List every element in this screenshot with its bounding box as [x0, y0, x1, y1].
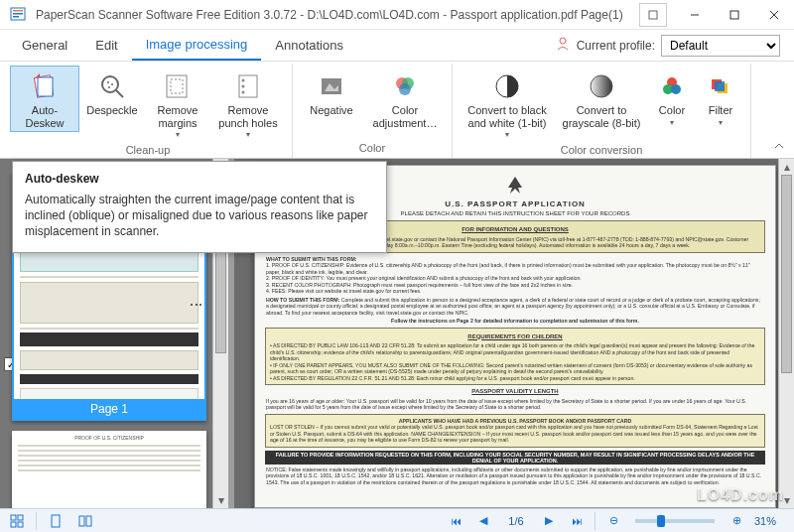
tab-annotations[interactable]: Annotations — [261, 30, 357, 61]
svg-point-22 — [242, 91, 245, 94]
view-single-button[interactable] — [45, 511, 66, 531]
profile-select[interactable]: Default — [661, 35, 780, 57]
statusbar: ⏮ ◀ 1/6 ▶ ⏭ ⊖ ⊕ 31% — [0, 508, 794, 532]
minimize-button[interactable] — [675, 0, 715, 30]
svg-point-14 — [107, 81, 109, 83]
doc-howto-body: Complete and submit this application in … — [266, 297, 760, 316]
profile-icon — [555, 36, 571, 55]
svg-line-13 — [116, 90, 123, 97]
pager-first-button[interactable]: ⏮ — [446, 512, 465, 530]
zoom-in-button[interactable]: ⊕ — [727, 512, 746, 530]
svg-point-16 — [108, 86, 110, 88]
remove-margins-button[interactable]: Remove margins ▾ — [145, 66, 210, 142]
remove-punch-holes-icon — [232, 70, 264, 102]
convert-grayscale-button[interactable]: Convert to grayscale (8-bit) — [556, 66, 647, 132]
view-multi-button[interactable] — [74, 511, 96, 531]
auto-deskew-icon — [29, 70, 61, 102]
remove-punch-holes-button[interactable]: Remove punch holes ▾ — [210, 66, 286, 142]
group-label-color-conversion: Color conversion — [561, 142, 643, 158]
scroll-up-icon[interactable]: ▴ — [779, 159, 794, 175]
pager-text: 1/6 — [501, 515, 531, 527]
svg-rect-3 — [13, 16, 19, 18]
view-thumbnails-button[interactable] — [6, 511, 28, 531]
despeckle-icon — [96, 70, 128, 102]
chevron-down-icon: ▾ — [670, 118, 674, 127]
eagle-seal-icon — [500, 174, 530, 198]
svg-point-36 — [513, 179, 517, 183]
auto-deskew-button[interactable]: Auto-Deskew — [10, 66, 79, 132]
tooltip-title: Auto-deskew — [25, 172, 374, 186]
doc-submit-heading: WHAT TO SUBMIT WITH THIS FORM: — [266, 256, 356, 262]
tab-image-processing[interactable]: Image processing — [132, 30, 262, 61]
doc-notice: NOTICE: False statements made knowingly … — [266, 466, 764, 486]
remove-punch-holes-label: Remove punch holes — [213, 104, 283, 129]
negative-button[interactable]: Negative — [299, 66, 364, 120]
thumbnail-page-2[interactable]: PROOF OF U.S. CITIZENSHIP — [12, 431, 206, 508]
scroll-thumb[interactable] — [781, 175, 792, 373]
tab-edit[interactable]: Edit — [81, 30, 131, 61]
tooltip-auto-deskew: Auto-deskew Automatically straighten the… — [12, 161, 387, 253]
close-button[interactable] — [754, 0, 794, 30]
svg-point-21 — [242, 85, 245, 88]
document-scrollbar[interactable]: ▴ ▾ — [778, 159, 794, 508]
color-adjustment-button[interactable]: Color adjustment… — [364, 66, 446, 132]
svg-point-29 — [591, 75, 612, 97]
doc-submit-body: 1. PROOF OF U.S. CITIZENSHIP: Evidence o… — [266, 262, 764, 295]
svg-rect-35 — [715, 81, 725, 91]
color-button[interactable]: Color ▾ — [647, 66, 697, 130]
svg-point-27 — [399, 83, 411, 95]
ribbon-collapse-button[interactable] — [770, 138, 788, 154]
filter-label: Filter — [709, 104, 732, 117]
zoom-slider[interactable] — [635, 519, 715, 523]
svg-rect-2 — [13, 13, 23, 15]
group-label-color: Color — [359, 140, 385, 156]
pager-last-button[interactable]: ⏭ — [567, 512, 587, 530]
maximize-button[interactable] — [715, 0, 754, 30]
convert-bw-button[interactable]: Convert to black and white (1-bit) ▾ — [459, 66, 556, 142]
tooltip-body: Automatically straighten the current ima… — [25, 192, 374, 240]
remove-margins-label: Remove margins — [148, 104, 207, 129]
doc-prior-body: LOST OR STOLEN – If you cannot submit yo… — [270, 424, 760, 444]
color-wheel-icon — [656, 70, 688, 102]
ribbon-group-cleanup: Auto-Deskew Despeckle Remove margins ▾ — [4, 64, 293, 158]
zoom-out-button[interactable]: ⊖ — [603, 512, 623, 530]
doc-req-heading: REQUIREMENTS FOR CHILDREN — [270, 333, 760, 341]
window-title: PaperScan Scanner Software Free Edition … — [36, 8, 639, 22]
svg-rect-40 — [18, 522, 23, 527]
color-adjustment-icon — [389, 70, 421, 102]
svg-point-15 — [111, 83, 113, 85]
tab-general[interactable]: General — [8, 30, 81, 61]
pager-next-button[interactable]: ▶ — [539, 512, 559, 530]
pin-button[interactable] — [639, 3, 667, 27]
svg-rect-38 — [18, 515, 23, 520]
svg-point-32 — [671, 84, 681, 94]
svg-rect-39 — [11, 522, 16, 527]
convert-grayscale-label: Convert to grayscale (8-bit) — [559, 104, 644, 129]
negative-label: Negative — [310, 104, 352, 117]
svg-point-9 — [560, 38, 566, 44]
svg-rect-43 — [86, 516, 91, 526]
doc-warning-heading: FAILURE TO PROVIDE INFORMATION REQUESTED… — [265, 451, 765, 465]
bw-circle-icon — [491, 70, 523, 102]
scroll-down-icon[interactable]: ▾ — [213, 492, 228, 508]
grayscale-circle-icon — [586, 70, 617, 102]
chevron-down-icon: ▾ — [246, 130, 250, 139]
pager-prev-button[interactable]: ◀ — [473, 512, 493, 530]
ribbon-group-color-conversion: Convert to black and white (1-bit) ▾ Con… — [453, 64, 751, 158]
thumbnail-menu-icon[interactable]: ⋮ — [189, 298, 204, 313]
ribbon-group-color: Negative Color adjustment… Color — [293, 64, 453, 158]
app-icon — [8, 4, 30, 26]
negative-icon — [316, 70, 347, 102]
titlebar: PaperScan Scanner Software Free Edition … — [0, 0, 794, 30]
svg-point-20 — [242, 79, 245, 82]
menubar: General Edit Image processing Annotation… — [0, 30, 794, 62]
watermark: LO4D.com — [697, 486, 784, 504]
color-label: Color — [659, 104, 685, 117]
ribbon: Auto-Deskew Despeckle Remove margins ▾ — [0, 62, 794, 159]
filter-icon — [705, 70, 736, 102]
remove-margins-icon — [162, 70, 194, 102]
filter-button[interactable]: Filter ▾ — [697, 66, 744, 130]
svg-rect-42 — [79, 516, 84, 526]
zoom-text: 31% — [754, 515, 788, 527]
despeckle-button[interactable]: Despeckle — [79, 66, 145, 120]
